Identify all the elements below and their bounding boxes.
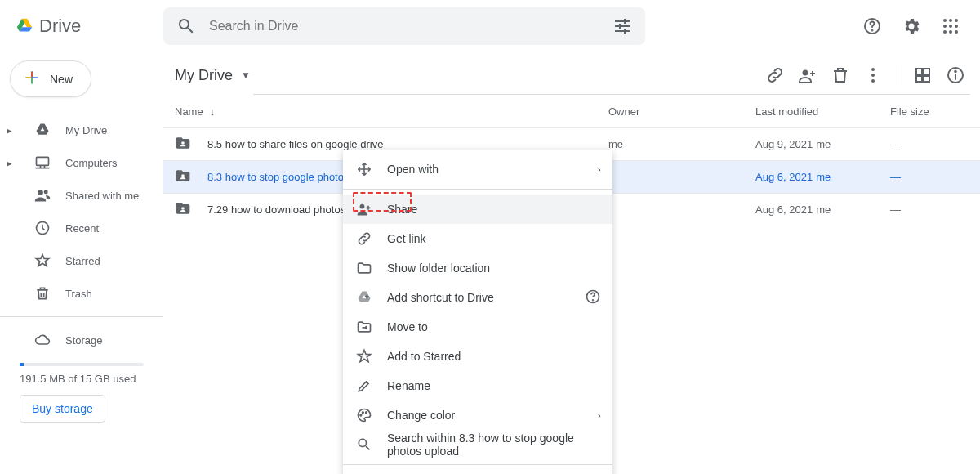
new-button[interactable]: New xyxy=(10,60,91,97)
svg-rect-30 xyxy=(916,76,922,82)
plus-icon xyxy=(24,69,40,88)
get-link-icon[interactable] xyxy=(760,60,790,90)
chevron-right-icon: ▸ xyxy=(7,124,15,136)
svg-rect-31 xyxy=(924,76,929,82)
search-input[interactable] xyxy=(209,19,599,34)
svg-point-9 xyxy=(949,19,952,22)
logo[interactable]: Drive xyxy=(7,16,163,37)
svg-rect-20 xyxy=(26,77,32,78)
columns-header: Name ↓ Owner Last modified File size xyxy=(163,95,980,127)
sidebar-item-my-drive[interactable]: ▸ My Drive xyxy=(0,114,163,146)
svg-point-16 xyxy=(955,30,958,34)
search-icon[interactable] xyxy=(170,10,203,42)
sidebar-item-storage[interactable]: ▸ Storage xyxy=(0,324,163,356)
buy-storage-button[interactable]: Buy storage xyxy=(20,395,105,423)
svg-point-11 xyxy=(943,25,947,28)
open-with-icon xyxy=(356,161,372,177)
svg-point-35 xyxy=(181,174,185,177)
svg-point-37 xyxy=(360,204,365,209)
svg-point-15 xyxy=(949,30,952,34)
help-icon[interactable] xyxy=(856,10,889,42)
svg-point-25 xyxy=(871,68,875,71)
ctx-open-with[interactable]: Open with › xyxy=(343,154,612,184)
sidebar-item-label: Shared with me xyxy=(65,190,139,202)
ctx-move-to[interactable]: Move to xyxy=(343,312,612,342)
more-icon[interactable] xyxy=(858,60,888,90)
svg-point-36 xyxy=(181,207,185,210)
search-icon xyxy=(356,436,372,453)
star-icon xyxy=(34,253,51,269)
chevron-right-icon: › xyxy=(597,409,601,422)
ctx-add-shortcut[interactable]: Add shortcut to Drive xyxy=(343,283,612,312)
file-modified: Aug 6, 2021me xyxy=(755,171,890,183)
search-options-icon[interactable] xyxy=(606,10,639,42)
apps-icon[interactable] xyxy=(934,10,967,42)
context-menu: Open with › Share Get link Show folder l… xyxy=(343,150,612,474)
folder-icon xyxy=(175,135,194,154)
move-icon xyxy=(356,319,372,335)
ctx-view-details[interactable]: View details xyxy=(343,470,612,474)
svg-rect-0 xyxy=(615,20,630,22)
share-icon[interactable] xyxy=(793,60,822,90)
file-modified: Aug 6, 2021me xyxy=(755,203,890,216)
header-right xyxy=(856,10,973,42)
new-button-label: New xyxy=(50,73,73,86)
selection-toolbar xyxy=(760,60,980,90)
shortcut-icon xyxy=(356,289,372,306)
svg-rect-1 xyxy=(615,25,630,27)
sidebar-item-computers[interactable]: ▸ Computers xyxy=(0,146,163,179)
svg-rect-28 xyxy=(916,69,922,74)
search-bar[interactable] xyxy=(163,7,645,45)
sidebar-item-trash[interactable]: ▸ Trash xyxy=(0,277,163,310)
svg-point-42 xyxy=(366,412,368,414)
sidebar-item-label: Storage xyxy=(65,334,103,347)
search-wrap xyxy=(163,7,751,45)
svg-rect-3 xyxy=(624,19,626,24)
svg-rect-19 xyxy=(31,72,33,78)
sidebar-item-label: Computers xyxy=(65,157,118,169)
ctx-change-color[interactable]: Change color › xyxy=(343,400,612,430)
ctx-add-star[interactable]: Add to Starred xyxy=(343,342,612,371)
sidebar-item-starred[interactable]: ▸ Starred xyxy=(0,244,163,277)
svg-point-7 xyxy=(872,30,873,31)
ctx-rename[interactable]: Rename xyxy=(343,371,612,400)
breadcrumb-label: My Drive xyxy=(175,67,233,84)
svg-point-39 xyxy=(593,299,594,300)
chevron-down-icon: ▼ xyxy=(241,69,251,81)
settings-icon[interactable] xyxy=(895,10,928,42)
breadcrumb[interactable]: My Drive ▼ xyxy=(163,67,251,84)
folder-icon xyxy=(175,168,194,186)
grid-view-icon[interactable] xyxy=(908,60,938,90)
info-icon[interactable] xyxy=(941,60,970,90)
svg-point-34 xyxy=(181,141,185,145)
sidebar-item-recent[interactable]: ▸ Recent xyxy=(0,212,163,244)
delete-icon[interactable] xyxy=(826,60,855,90)
col-size[interactable]: File size xyxy=(890,105,980,118)
svg-point-33 xyxy=(955,71,956,73)
ctx-get-link[interactable]: Get link xyxy=(343,224,612,253)
computers-icon xyxy=(34,154,51,171)
col-modified[interactable]: Last modified xyxy=(755,105,890,118)
ctx-share[interactable]: Share xyxy=(343,195,612,224)
svg-rect-5 xyxy=(624,29,626,34)
cloud-icon xyxy=(34,332,51,348)
help-icon xyxy=(585,288,601,307)
ctx-show-location[interactable]: Show folder location xyxy=(343,253,612,283)
share-person-icon xyxy=(356,201,372,217)
product-title: Drive xyxy=(39,16,81,37)
sidebar-item-label: Trash xyxy=(65,288,92,300)
header: Drive xyxy=(0,0,980,52)
folder-icon xyxy=(175,200,194,219)
palette-icon xyxy=(356,407,372,423)
pencil-icon xyxy=(356,378,372,394)
col-name[interactable]: Name ↓ xyxy=(175,105,608,118)
ctx-search-within[interactable]: Search within 8.3 how to stop google pho… xyxy=(343,430,612,459)
sidebar-item-shared[interactable]: ▸ Shared with me xyxy=(0,179,163,212)
svg-point-12 xyxy=(949,25,952,28)
svg-point-14 xyxy=(943,30,947,34)
drive-logo-icon xyxy=(16,17,33,36)
svg-point-26 xyxy=(871,74,875,77)
file-size: — xyxy=(890,138,980,150)
col-owner[interactable]: Owner xyxy=(608,105,755,118)
sidebar: New ▸ My Drive ▸ Computers ▸ Shared with… xyxy=(0,52,163,474)
